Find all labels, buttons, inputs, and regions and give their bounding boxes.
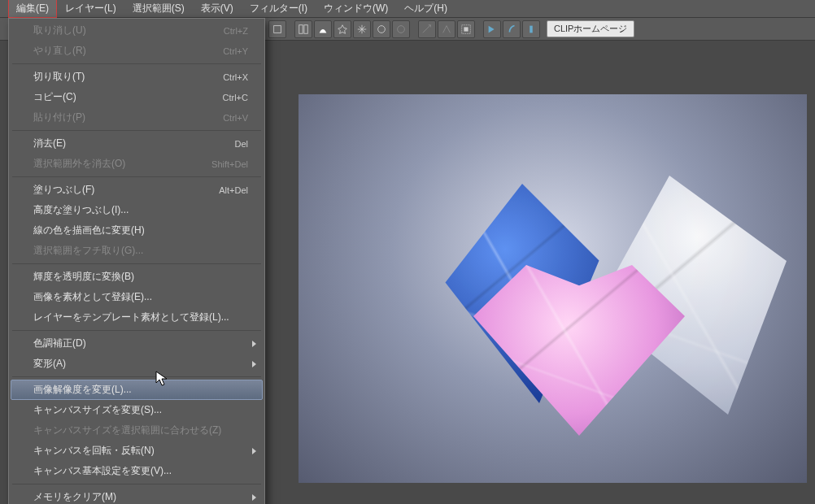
dd-item[interactable]: 消去(E)Del [11,133,263,154]
dd-item-label: 高度な塗りつぶし(I)... [33,203,129,217]
dd-shortcut: Ctrl+V [223,113,248,123]
menubar: 編集(E) レイヤー(L) 選択範囲(S) 表示(V) フィルター(I) ウィン… [0,0,815,18]
dd-separator [12,376,261,377]
tool-btn-10[interactable] [457,20,475,38]
dd-shortcut: Ctrl+Z [224,26,248,36]
dd-item-label: メモリをクリア(M) [33,490,116,504]
chevron-right-icon [252,494,256,501]
tool-btn-9[interactable] [438,20,455,38]
dd-item[interactable]: コピー(C)Ctrl+C [11,87,263,107]
dd-item-label: 線の色を描画色に変更(H) [33,224,145,237]
tool-btn-4[interactable] [333,20,351,38]
dd-item-label: 取り消し(U) [33,24,86,37]
dd-item[interactable]: 変形(A) [11,354,263,374]
tool-btn-7[interactable] [392,20,410,38]
dd-item-label: 選択範囲をフチ取り(G)... [33,244,143,258]
dd-item-label: 画像を素材として登録(E)... [33,290,152,304]
dd-shortcut: Ctrl+Y [223,46,248,56]
svg-rect-6 [464,27,468,31]
svg-point-3 [378,25,386,33]
tool-btn-12[interactable] [503,20,521,38]
dd-item-label: 変形(A) [33,357,66,371]
dd-separator [12,176,261,177]
dd-item-label: キャンバス基本設定を変更(V)... [33,464,172,478]
canvas-image[interactable] [299,94,807,483]
tool-btn-13[interactable] [522,20,540,38]
menu-help[interactable]: ヘルプ(H) [396,0,455,18]
dd-item-label: コピー(C) [33,90,76,104]
dd-item[interactable]: 線の色を描画色に変更(H) [11,220,263,241]
dd-shortcut: Ctrl+C [223,93,248,102]
dd-separator [12,63,261,64]
svg-rect-7 [530,25,533,33]
menu-filter[interactable]: フィルター(I) [242,0,316,18]
menu-layer[interactable]: レイヤー(L) [57,0,124,18]
clip-homepage-button[interactable]: CLIPホームページ [547,20,634,37]
tool-btn-1[interactable] [268,20,286,38]
tool-btn-6[interactable] [373,20,390,38]
dd-item-label: キャンバスを回転・反転(N) [33,444,155,458]
chevron-right-icon [252,361,256,367]
dd-item-label: 色調補正(D) [33,337,86,350]
dd-item-label: 選択範囲外を消去(O) [33,157,125,171]
dd-item[interactable]: 画像解像度を変更(L)... [11,380,263,400]
dd-item: やり直し(R)Ctrl+Y [11,41,263,61]
dd-item[interactable]: レイヤーをテンプレート素材として登録(L)... [11,307,263,328]
dd-item-label: レイヤーをテンプレート素材として登録(L)... [33,311,229,324]
dd-shortcut: Alt+Del [219,185,248,195]
svg-point-4 [398,25,405,33]
svg-rect-2 [304,24,307,33]
tool-btn-2[interactable] [294,20,312,38]
dd-item[interactable]: キャンバス基本設定を変更(V)... [11,461,263,481]
dd-item[interactable]: 切り取り(T)Ctrl+X [11,67,263,87]
dd-item-label: 輝度を透明度に変換(B) [33,270,134,284]
menu-view[interactable]: 表示(V) [193,0,242,18]
tool-btn-8[interactable] [418,20,436,38]
dd-shortcut: Shift+Del [211,159,248,169]
dd-item: 選択範囲外を消去(O)Shift+Del [11,154,263,174]
dd-item-label: 消去(E) [33,137,66,150]
chevron-right-icon [252,448,256,454]
svg-rect-1 [299,24,303,33]
dd-item[interactable]: メモリをクリア(M) [11,487,263,504]
dd-item-label: 画像解像度を変更(L)... [33,383,132,397]
dd-item-label: 貼り付け(P) [33,111,85,124]
dd-item[interactable]: キャンバスを回転・反転(N) [11,441,263,461]
menu-edit[interactable]: 編集(E) [8,0,57,18]
dd-separator [12,263,261,264]
dd-separator [12,484,261,484]
gem-pink-heart [473,265,685,436]
dd-shortcut: Ctrl+X [223,72,248,82]
dd-item[interactable]: 塗りつぶし(F)Alt+Del [11,180,263,200]
dd-item: キャンバスサイズを選択範囲に合わせる(Z) [11,420,263,441]
dd-item-label: キャンバスサイズを変更(S)... [33,403,162,417]
dd-item: 取り消し(U)Ctrl+Z [11,20,263,41]
dd-separator [12,330,261,331]
dd-item-label: 切り取り(T) [33,70,85,84]
tool-btn-3[interactable] [314,20,332,38]
dd-item[interactable]: 輝度を透明度に変換(B) [11,267,263,287]
tool-btn-11[interactable] [483,20,501,38]
edit-dropdown: 取り消し(U)Ctrl+Zやり直し(R)Ctrl+Y切り取り(T)Ctrl+Xコ… [8,18,265,504]
dd-item[interactable]: 高度な塗りつぶし(I)... [11,200,263,220]
dd-item[interactable]: 画像を素材として登録(E)... [11,287,263,307]
menu-selection[interactable]: 選択範囲(S) [124,0,193,18]
dd-item: 貼り付け(P)Ctrl+V [11,107,263,128]
dd-shortcut: Del [234,139,248,149]
dd-item-label: 塗りつぶし(F) [33,183,94,197]
dd-item-label: やり直し(R) [33,44,86,58]
dd-separator [12,130,261,131]
menu-window[interactable]: ウィンドウ(W) [316,0,396,18]
dd-item: 選択範囲をフチ取り(G)... [11,241,263,261]
chevron-right-icon [252,341,256,347]
dd-item-label: キャンバスサイズを選択範囲に合わせる(Z) [33,424,221,437]
dd-item[interactable]: 色調補正(D) [11,333,263,354]
svg-rect-0 [274,25,281,33]
tool-btn-5[interactable] [353,20,371,38]
dd-item[interactable]: キャンバスサイズを変更(S)... [11,400,263,420]
